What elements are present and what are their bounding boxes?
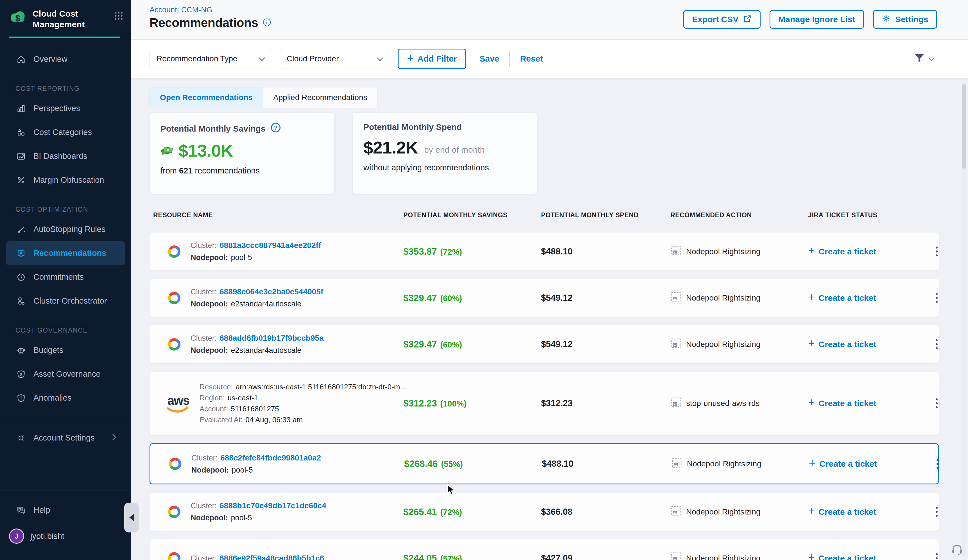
plus-icon: +	[808, 337, 814, 350]
create-ticket-button[interactable]: +Create a ticket	[808, 292, 923, 303]
manage-ignore-list-button[interactable]: Manage Ignore List	[769, 10, 864, 29]
resource-line-value: 04 Aug, 06:33 am	[245, 416, 303, 424]
user-row[interactable]: J jyoti.bisht	[9, 529, 65, 544]
filter-panel-toggle[interactable]	[913, 39, 934, 78]
action-label: Nodepool Rightsizing	[687, 459, 761, 468]
resource-line-value: pool-5	[231, 514, 252, 522]
sidebar-collapse-handle[interactable]	[124, 503, 139, 532]
row-menu-button[interactable]	[936, 339, 938, 349]
resource-line-value: e2standar4autoscale	[231, 346, 301, 355]
resource-cell: Cluster:68898c064e3e2ba0e544005fNodepool…	[166, 287, 403, 308]
savings-cell: $353.87(72%)	[403, 246, 541, 257]
sidebar-item-perspectives[interactable]: Perspectives	[6, 96, 125, 120]
resource-line-label: Nodepool:	[191, 514, 228, 522]
module-grid-icon[interactable]	[114, 11, 124, 22]
settings-button[interactable]: Settings	[873, 10, 937, 29]
row-menu-button[interactable]	[936, 507, 938, 517]
save-filter-link[interactable]: Save	[479, 54, 499, 63]
savings-value: $13.0K	[179, 141, 233, 161]
resource-link[interactable]: 6888b1c70e49db17c1de60c4	[219, 501, 327, 510]
recommended-action-cell: Nodepool Rightsizing	[670, 552, 808, 560]
sidebar-item-budgets[interactable]: $Budgets	[6, 338, 125, 362]
sidebar-section-cost-optimization: COST OPTIMIZATION	[0, 192, 131, 217]
table-row[interactable]: Cluster:688add6fb019b17f9bccb95aNodepool…	[149, 325, 939, 363]
savings-cell: $329.47(60%)	[403, 293, 541, 303]
table-row[interactable]: Cluster:6888b1c70e49db17c1de60c4Nodepool…	[149, 493, 939, 531]
create-ticket-button[interactable]: +Create a ticket	[808, 553, 923, 560]
resource-line-label: Resource:	[200, 383, 233, 391]
savings-percent: (60%)	[440, 294, 462, 303]
create-ticket-button[interactable]: +Create a ticket	[808, 246, 923, 257]
reset-filter-link[interactable]: Reset	[520, 54, 543, 63]
col-potential-monthly-savings: POTENTIAL MONTHLY SAVINGS	[403, 211, 541, 219]
table-row[interactable]: Cluster:68898c064e3e2ba0e544005fNodepool…	[149, 279, 939, 317]
clock-icon	[15, 272, 27, 282]
resource-link[interactable]: 688add6fb019b17f9bccb95a	[219, 334, 323, 343]
action-icon	[670, 338, 681, 351]
resource-line-label: Nodepool:	[191, 466, 229, 474]
sidebar-item-help[interactable]: ? Help	[6, 498, 128, 522]
resource-cell: Cluster:6888b1c70e49db17c1de60c4Nodepool…	[166, 501, 403, 522]
create-ticket-button[interactable]: +Create a ticket	[808, 398, 923, 409]
savings-value: $265.41	[403, 507, 437, 517]
resource-line: Region:us-east-1	[200, 394, 406, 402]
table-row[interactable]: Cluster:6886e92f59a48cad86b5b1c6$244.05(…	[149, 539, 939, 560]
action-label: Nodepool Rightsizing	[686, 554, 761, 560]
table-row[interactable]: awsResource:arn:aws:rds:us-east-1:511616…	[149, 372, 939, 435]
tab-applied-recommendations[interactable]: Applied Recommendations	[263, 88, 378, 108]
sidebar-item-label: AutoStopping Rules	[33, 225, 105, 234]
info-icon[interactable]	[262, 18, 271, 28]
recommendation-type-dropdown[interactable]: Recommendation Type	[149, 49, 271, 69]
support-headset-icon[interactable]	[951, 543, 963, 557]
sidebar-item-label: Perspectives	[33, 104, 80, 113]
row-menu-button[interactable]	[937, 459, 939, 469]
chevron-down-icon	[377, 55, 383, 61]
svg-text:?: ?	[274, 124, 277, 131]
gcp-logo	[166, 290, 183, 307]
sidebar-item-commitments[interactable]: Commitments	[6, 265, 125, 289]
sidebar-item-anomalies[interactable]: Anomalies	[6, 386, 125, 410]
resource-link[interactable]: 6886e92f59a48cad86b5b1c6	[219, 554, 324, 560]
sidebar-item-asset-governance[interactable]: $Asset Governance	[6, 362, 125, 386]
row-menu-button[interactable]	[936, 293, 938, 303]
resource-line-value: pool-5	[231, 253, 252, 262]
savings-subtext: from621recommendations	[161, 166, 323, 176]
export-csv-button[interactable]: Export CSV	[683, 10, 761, 29]
sidebar-divider	[6, 422, 125, 422]
resource-link[interactable]: 688c2fefc84fbdc99801a0a2	[220, 454, 321, 462]
scrollbar-thumb[interactable]	[962, 84, 966, 169]
app-logo-row: $ Cloud Cost Management	[0, 0, 131, 30]
action-icon	[670, 552, 681, 560]
create-ticket-button[interactable]: +Create a ticket	[808, 506, 923, 517]
resource-line: Cluster:688c2fefc84fbdc99801a0a2	[191, 454, 321, 462]
sidebar-item-recommendations[interactable]: Recommendations	[6, 241, 125, 265]
sidebar-item-cluster-orchestrator[interactable]: Cluster Orchestrator	[6, 289, 125, 313]
question-icon[interactable]: ?	[270, 122, 281, 135]
create-ticket-button[interactable]: +Create a ticket	[808, 339, 923, 350]
savings-cell: $329.47(60%)	[403, 339, 541, 350]
add-filter-button[interactable]: + Add Filter	[398, 49, 466, 69]
sidebar-item-account-settings[interactable]: Account Settings	[6, 426, 125, 450]
breadcrumb-account-link[interactable]: Account: CCM-NG	[149, 6, 212, 14]
resource-link[interactable]: 6881a3ccc887941a4ee202ff	[219, 241, 321, 250]
sidebar-item-bi-dashboards[interactable]: BI Dashboards	[6, 144, 125, 168]
plus-icon: +	[808, 505, 814, 517]
resource-link[interactable]: 68898c064e3e2ba0e544005f	[219, 287, 323, 296]
table-row[interactable]: Cluster:6881a3ccc887941a4ee202ffNodepool…	[149, 232, 939, 270]
row-menu-button[interactable]	[936, 398, 938, 408]
sidebar-item-cost-categories[interactable]: Cost Categories	[6, 120, 125, 144]
cloud-provider-dropdown[interactable]: Cloud Provider	[280, 49, 389, 69]
resource-line: Evaluated At:04 Aug, 06:33 am	[200, 416, 406, 424]
tab-open-recommendations[interactable]: Open Recommendations	[150, 88, 263, 108]
row-menu-button[interactable]	[936, 247, 938, 257]
spend-cell: $549.12	[541, 293, 670, 303]
table-row[interactable]: Cluster:688c2fefc84fbdc99801a0a2Nodepool…	[149, 443, 939, 484]
row-menu-button[interactable]	[936, 553, 938, 560]
create-ticket-button[interactable]: +Create a ticket	[809, 459, 924, 469]
sidebar-item-margin-obfuscation[interactable]: Margin Obfuscation	[6, 168, 125, 192]
sidebar-item-label: Account Settings	[33, 433, 95, 442]
sidebar-item-autostopping-rules[interactable]: AutoStopping Rules	[6, 217, 125, 241]
plus-icon: +	[808, 244, 814, 257]
sidebar-item-overview[interactable]: Overview	[6, 47, 125, 71]
savings-percent: (60%)	[440, 340, 462, 349]
